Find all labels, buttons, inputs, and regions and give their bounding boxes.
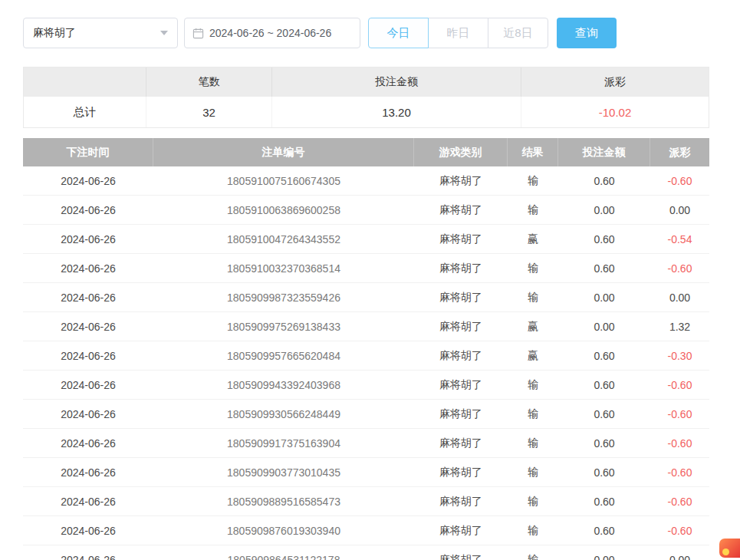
quick-filter-today-button[interactable]: 今日 <box>368 18 429 48</box>
cell-bet-time: 2024-06-26 <box>23 254 153 282</box>
cell-result: 输 <box>508 254 558 282</box>
cell-game-category: 麻将胡了 <box>414 166 508 195</box>
cell-game-category: 麻将胡了 <box>414 487 508 516</box>
cell-bet-amount: 0.60 <box>558 166 650 195</box>
cell-payout: -0.60 <box>650 371 709 399</box>
cell-result: 输 <box>508 516 558 545</box>
col-header-bet-time: 下注时间 <box>23 138 153 166</box>
filter-bar: 麻将胡了 2024-06-26 ~ 2024-06-26 今日 昨日 近8日 查… <box>23 18 709 48</box>
table-row: 2024-06-26 1805910047264343552 麻将胡了 赢 0.… <box>23 225 709 254</box>
calendar-icon <box>192 28 204 39</box>
table-row: 2024-06-26 1805910032370368514 麻将胡了 输 0.… <box>23 254 709 283</box>
table-row: 2024-06-26 1805909889516585473 麻将胡了 输 0.… <box>23 487 709 516</box>
cell-bet-id: 1805909889516585473 <box>153 487 414 516</box>
cell-payout: -0.60 <box>650 516 709 545</box>
cell-bet-id: 1805909957665620484 <box>153 341 414 370</box>
cell-payout: -0.60 <box>650 458 709 486</box>
cell-bet-id: 1805909864531122178 <box>153 545 414 560</box>
customer-service-float-icon[interactable] <box>719 539 740 558</box>
cell-game-category: 麻将胡了 <box>414 341 508 370</box>
cell-bet-amount: 0.60 <box>558 225 650 253</box>
summary-total-row: 总计 32 13.20 -10.02 <box>24 97 709 127</box>
cell-bet-id: 1805910063869600258 <box>153 196 414 224</box>
cell-payout: -0.60 <box>650 400 709 428</box>
table-row: 2024-06-26 1805909957665620484 麻将胡了 赢 0.… <box>23 341 709 371</box>
cell-bet-time: 2024-06-26 <box>23 487 153 516</box>
table-row: 2024-06-26 1805909987323559426 麻将胡了 输 0.… <box>23 283 709 312</box>
cell-payout: -0.54 <box>650 225 709 253</box>
bet-records-table: 下注时间 注单编号 游戏类别 结果 投注金额 派彩 2024-06-26 180… <box>23 138 709 560</box>
summary-total-bet-amount: 13.20 <box>272 97 521 127</box>
cell-bet-id: 1805910047264343552 <box>153 225 414 253</box>
cell-game-category: 麻将胡了 <box>414 545 508 560</box>
cell-payout: 0.00 <box>650 283 709 311</box>
cell-bet-time: 2024-06-26 <box>23 341 153 370</box>
col-header-payout: 派彩 <box>650 138 709 166</box>
cell-bet-amount: 0.60 <box>558 458 650 486</box>
col-header-bet-amount: 投注金额 <box>558 138 650 166</box>
cell-result: 输 <box>508 487 558 516</box>
cell-payout: -0.60 <box>650 429 709 457</box>
table-row: 2024-06-26 1805910063869600258 麻将胡了 输 0.… <box>23 196 709 225</box>
cell-game-category: 麻将胡了 <box>414 312 508 341</box>
date-range-picker[interactable]: 2024-06-26 ~ 2024-06-26 <box>184 18 360 48</box>
game-select-value: 麻将胡了 <box>33 26 76 40</box>
cell-bet-time: 2024-06-26 <box>23 458 153 486</box>
cell-game-category: 麻将胡了 <box>414 429 508 457</box>
summary-header-bet-amount: 投注金额 <box>272 68 521 97</box>
cell-bet-amount: 0.60 <box>558 371 650 399</box>
cell-bet-amount: 0.00 <box>558 283 650 311</box>
query-button[interactable]: 查询 <box>557 18 617 48</box>
summary-header-count: 笔数 <box>146 68 272 97</box>
summary-total-label: 总计 <box>24 97 146 127</box>
table-row: 2024-06-26 1805909917375163904 麻将胡了 输 0.… <box>23 429 709 458</box>
table-row: 2024-06-26 1805909930566248449 麻将胡了 输 0.… <box>23 400 709 429</box>
cell-game-category: 麻将胡了 <box>414 225 508 253</box>
cell-bet-id: 1805909943392403968 <box>153 371 414 399</box>
game-select[interactable]: 麻将胡了 <box>23 18 178 48</box>
cell-game-category: 麻将胡了 <box>414 458 508 486</box>
cell-bet-id: 1805909876019303940 <box>153 516 414 545</box>
cell-payout: 1.32 <box>650 312 709 341</box>
cell-result: 输 <box>508 458 558 486</box>
col-header-bet-id: 注单编号 <box>153 138 414 166</box>
quick-date-button-group: 今日 昨日 近8日 <box>368 18 548 48</box>
cell-game-category: 麻将胡了 <box>414 516 508 545</box>
cell-result: 输 <box>508 545 558 560</box>
cell-payout: -0.60 <box>650 254 709 282</box>
cell-bet-time: 2024-06-26 <box>23 400 153 428</box>
cell-result: 输 <box>508 283 558 311</box>
cell-bet-amount: 0.60 <box>558 429 650 457</box>
cell-bet-time: 2024-06-26 <box>23 545 153 560</box>
quick-filter-yesterday-button[interactable]: 昨日 <box>428 18 488 48</box>
cell-payout: -0.60 <box>650 166 709 195</box>
cell-result: 输 <box>508 371 558 399</box>
cell-result: 赢 <box>508 312 558 341</box>
quick-filter-last8days-button[interactable]: 近8日 <box>488 18 548 48</box>
summary-header-payout: 派彩 <box>521 68 709 97</box>
cell-game-category: 麻将胡了 <box>414 371 508 399</box>
summary-total-payout: -10.02 <box>521 97 709 127</box>
cell-payout: 0.00 <box>650 545 709 560</box>
cell-result: 输 <box>508 196 558 224</box>
cell-game-category: 麻将胡了 <box>414 400 508 428</box>
table-row: 2024-06-26 1805909864531122178 麻将胡了 输 0.… <box>23 545 709 560</box>
cell-game-category: 麻将胡了 <box>414 254 508 282</box>
cell-bet-time: 2024-06-26 <box>23 312 153 341</box>
cell-game-category: 麻将胡了 <box>414 283 508 311</box>
cell-bet-time: 2024-06-26 <box>23 225 153 253</box>
cell-payout: 0.00 <box>650 196 709 224</box>
cell-result: 赢 <box>508 341 558 370</box>
cell-bet-amount: 0.60 <box>558 254 650 282</box>
table-body: 2024-06-26 1805910075160674305 麻将胡了 输 0.… <box>23 166 709 560</box>
table-header-row: 下注时间 注单编号 游戏类别 结果 投注金额 派彩 <box>23 138 709 166</box>
cell-bet-id: 1805909903773010435 <box>153 458 414 486</box>
table-row: 2024-06-26 1805909975269138433 麻将胡了 赢 0.… <box>23 312 709 341</box>
summary-header-blank <box>24 68 146 97</box>
cell-bet-id: 1805910075160674305 <box>153 166 414 195</box>
table-row: 2024-06-26 1805910075160674305 麻将胡了 输 0.… <box>23 166 709 196</box>
cell-payout: -0.30 <box>650 341 709 370</box>
cell-bet-amount: 0.60 <box>558 487 650 516</box>
cell-bet-amount: 0.60 <box>558 400 650 428</box>
summary-total-count: 32 <box>146 97 272 127</box>
